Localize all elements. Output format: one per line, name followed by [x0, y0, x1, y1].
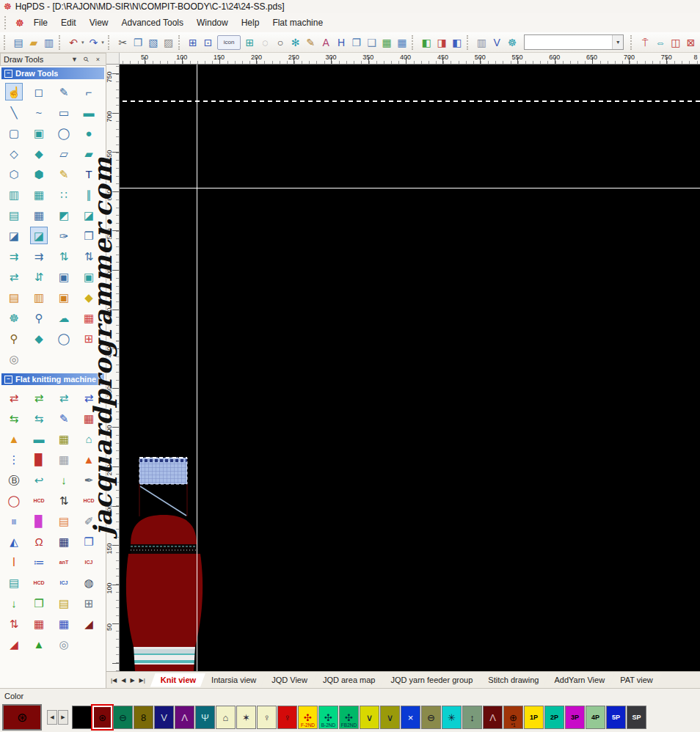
icj-tool-tool-icon[interactable]: ICJ — [80, 553, 98, 571]
color-swatch-magenta-3p[interactable]: 3P — [565, 706, 585, 729]
icon-mode-button[interactable]: icon — [217, 35, 241, 50]
diamond-filled-tool-icon[interactable]: ◆ — [30, 144, 48, 162]
i-beam-arrows-tool-icon[interactable]: ⇅ — [55, 491, 73, 509]
menu-item-file[interactable]: File — [27, 15, 54, 30]
ant-tool-tool-icon[interactable]: anT — [55, 553, 73, 571]
color-swatch-navy[interactable]: V — [154, 706, 174, 729]
orange-tile-tool-icon[interactable]: ▤ — [55, 512, 73, 530]
diag-brush-tool-icon[interactable]: ◪ — [30, 227, 48, 244]
triple-stripe-tool-icon[interactable]: ||| — [5, 512, 23, 530]
section-header-0[interactable]: −Draw Tools — [1, 67, 104, 79]
menu-item-flat-machine[interactable]: Flat machine — [266, 15, 329, 30]
color-swatch-rust[interactable]: ⊕*1 — [503, 706, 523, 729]
collapse-icon[interactable]: − — [4, 376, 12, 384]
tile-orange-2-tool-icon[interactable]: ▥ — [30, 288, 48, 306]
hook-red-tool-icon[interactable]: Ω — [30, 532, 48, 550]
rectangle-tool-icon[interactable]: ▭ — [55, 103, 73, 121]
dock-pin-icon[interactable]: ⚲ — [80, 54, 92, 65]
color-swatch-green-fb2nd[interactable]: ✣FB2ND — [339, 706, 359, 729]
b-mode-tool-icon[interactable]: Ⓑ — [5, 471, 23, 488]
image-view-icon[interactable]: ▦ — [379, 34, 395, 51]
color-swatch-teal[interactable]: Ψ — [195, 706, 215, 729]
mark-pencil-icon[interactable]: ✎ — [303, 34, 318, 51]
tab-nav-button[interactable]: |◀ — [109, 676, 118, 684]
color-swatch-yellow-v[interactable]: ∨ — [360, 706, 379, 729]
spiral-2-tool-icon[interactable]: ◎ — [55, 635, 73, 653]
grid-add-icon[interactable]: ⊞ — [242, 34, 258, 51]
brush-blue-tool-icon[interactable]: ✎ — [55, 409, 73, 427]
cloud-tool-icon[interactable]: ☁ — [55, 309, 73, 326]
menu-item-window[interactable]: Window — [190, 15, 235, 30]
dot-fill-tool-icon[interactable]: ∷ — [55, 186, 73, 203]
magenta-block-tool-icon[interactable]: ▉ — [30, 512, 48, 530]
arrow-down-green-tool-icon[interactable]: ↓ — [55, 471, 73, 488]
pages-icon[interactable]: ❐ — [349, 34, 364, 51]
color-swatch-dark-red[interactable]: ⊛ — [92, 706, 112, 729]
color-swatch-yellow-1p[interactable]: 1P — [524, 706, 544, 729]
mirror-green-icon[interactable]: ◧ — [419, 34, 434, 51]
color-swatch-cream-1[interactable]: ⌂ — [216, 706, 236, 729]
menu-item-edit[interactable]: Edit — [54, 15, 83, 30]
copy-green-tool-icon[interactable]: ❐ — [30, 594, 48, 612]
return-arrow-tool-icon[interactable]: ↩ — [30, 471, 48, 488]
color-swatch-green[interactable]: ⊖ — [113, 706, 133, 729]
color-swatch-olive-v[interactable]: ∨ — [380, 706, 400, 729]
pencil-tool-icon[interactable]: ✎ — [55, 83, 73, 100]
combo-arrow-icon[interactable]: ▾ — [612, 35, 623, 49]
tab-nav-button[interactable]: ▶ — [128, 676, 136, 684]
swap-vertical-tool-icon[interactable]: ⇵ — [30, 268, 48, 285]
tree-green-tool-icon[interactable]: ▲ — [30, 635, 48, 653]
paste-special-icon[interactable]: ▨ — [161, 34, 176, 51]
hcd-tool-tool-icon[interactable]: HCD — [30, 491, 48, 509]
color-swatch-olive[interactable]: 8 — [134, 706, 153, 729]
racking-left-tool-icon[interactable]: ⇆ — [5, 409, 23, 427]
undo-icon[interactable]: ↶ — [66, 34, 81, 51]
hexagon-tool-icon[interactable]: ⬡ — [5, 165, 23, 183]
pattern-canvas[interactable] — [120, 65, 700, 671]
menu-item-view[interactable]: View — [83, 15, 115, 30]
bars-updown-tool-icon[interactable]: ⇅ — [55, 247, 73, 265]
menu-item-advanced-tools[interactable]: Advanced Tools — [114, 15, 190, 30]
parallelogram-tool-icon[interactable]: ▱ — [55, 144, 73, 162]
zoom-combobox[interactable]: ▾ — [524, 34, 624, 50]
current-color-swatch[interactable]: ⊛ — [2, 704, 42, 731]
toolbar-dropdown-arrow[interactable]: ▾ — [79, 40, 85, 45]
menu-item-help[interactable]: Help — [235, 15, 266, 30]
v-stripes-tool-icon[interactable]: ▥ — [5, 186, 23, 203]
transfer-green-tool-icon[interactable]: ⇄ — [30, 389, 48, 406]
tab-pat-view[interactable]: PAT view — [610, 673, 663, 687]
tile-orange-3-tool-icon[interactable]: ▣ — [55, 288, 73, 306]
color-swatch-blue-x[interactable]: × — [401, 706, 420, 729]
oval-red-tool-icon[interactable]: ◯ — [5, 491, 23, 509]
zigzag-tool-icon[interactable]: ⇄ — [5, 268, 23, 285]
zoom-small-tool-icon[interactable]: ⚲ — [5, 329, 23, 347]
color-swatch-cream-3[interactable]: ♀ — [257, 706, 277, 729]
color-swatch-green-b2nd[interactable]: ✣B-2ND — [318, 706, 338, 729]
bed-bar-tool-icon[interactable]: ▬ — [30, 430, 48, 447]
checker-2-tool-icon[interactable]: ▦ — [30, 206, 48, 224]
color-swatch-green-4p[interactable]: 4P — [586, 706, 605, 729]
measure-4-icon[interactable]: ⊠ — [683, 34, 699, 51]
tab-knit-view[interactable]: Knit view — [150, 673, 206, 687]
color-swatch-blue-5p[interactable]: 5P — [606, 706, 626, 729]
pattern-dice-tool-icon[interactable]: ▦ — [55, 450, 73, 468]
dock-close-icon[interactable]: × — [93, 56, 103, 63]
navy-grid-tool-icon[interactable]: ▦ — [55, 532, 73, 550]
film-strip-icon[interactable]: ▥ — [474, 34, 489, 51]
tab-jqd-yarn-feeder-group[interactable]: JQD yarn feeder group — [380, 673, 483, 687]
cut-icon[interactable]: ✂ — [115, 34, 131, 51]
select-circle-icon[interactable]: ◌ — [258, 34, 273, 51]
palette-spin-button[interactable]: ▶ — [58, 710, 68, 725]
wedge-red-tool-icon[interactable]: ◢ — [5, 635, 23, 653]
pages-2-icon[interactable]: ❑ — [364, 34, 379, 51]
red-grid-tool-icon[interactable]: ▦ — [30, 615, 48, 632]
teal-tile-tool-icon[interactable]: ▤ — [5, 574, 23, 591]
image-view-2-icon[interactable]: ▦ — [395, 34, 410, 51]
tab-nav-button[interactable]: ◀ — [120, 676, 127, 684]
tab-jqd-view[interactable]: JQD View — [261, 673, 318, 687]
mini-table-tool-icon[interactable]: ⊞ — [80, 594, 98, 612]
line-tool-icon[interactable]: ╲ — [5, 103, 23, 121]
mountain-tool-icon[interactable]: ◭ — [5, 532, 23, 550]
diamond-tool-icon[interactable]: ◇ — [5, 144, 23, 162]
color-swatch-cyan[interactable]: ✳ — [442, 706, 462, 729]
